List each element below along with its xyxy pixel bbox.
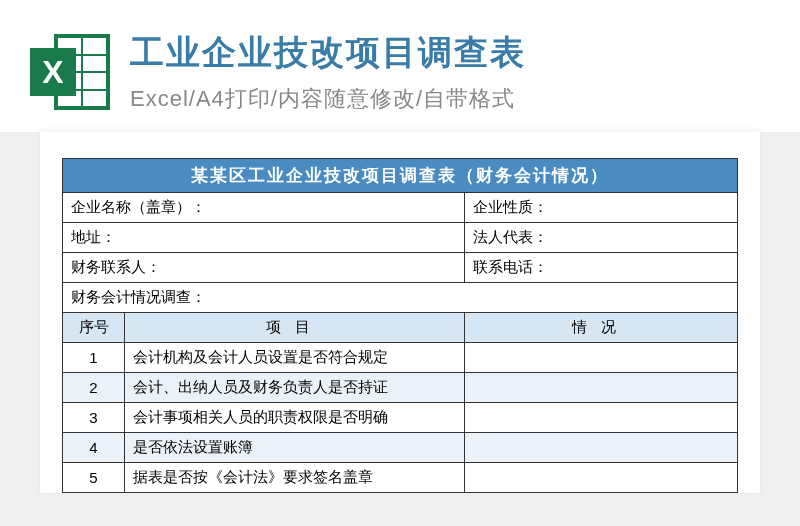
row-seq: 3 bbox=[63, 403, 125, 433]
table-row: 4 是否依法设置账簿 bbox=[63, 433, 738, 463]
legal-rep-label: 法人代表： bbox=[465, 223, 738, 253]
table-row: 5 据表是否按《会计法》要求签名盖章 bbox=[63, 463, 738, 493]
column-header-row: 序号 项目 情况 bbox=[63, 313, 738, 343]
col-header-status: 情况 bbox=[465, 313, 738, 343]
page-title: 工业企业技改项目调查表 bbox=[130, 30, 760, 76]
row-item: 据表是否按《会计法》要求签名盖章 bbox=[125, 463, 465, 493]
info-row-address: 地址： 法人代表： bbox=[63, 223, 738, 253]
row-status bbox=[465, 373, 738, 403]
info-row-company: 企业名称（盖章）： 企业性质： bbox=[63, 193, 738, 223]
company-type-label: 企业性质： bbox=[465, 193, 738, 223]
survey-form-table: 某某区工业企业技改项目调查表（财务会计情况） 企业名称（盖章）： 企业性质： 地… bbox=[62, 158, 738, 493]
row-status bbox=[465, 403, 738, 433]
info-row-contact: 财务联系人： 联系电话： bbox=[63, 253, 738, 283]
row-status bbox=[465, 433, 738, 463]
row-item: 会计、出纳人员及财务负责人是否持证 bbox=[125, 373, 465, 403]
row-seq: 5 bbox=[63, 463, 125, 493]
excel-x-badge: X bbox=[30, 48, 76, 96]
table-row: 1 会计机构及会计人员设置是否符合规定 bbox=[63, 343, 738, 373]
col-header-item: 项目 bbox=[125, 313, 465, 343]
address-label: 地址： bbox=[63, 223, 465, 253]
row-item: 是否依法设置账簿 bbox=[125, 433, 465, 463]
title-block: 工业企业技改项目调查表 Excel/A4打印/内容随意修改/自带格式 bbox=[130, 30, 760, 114]
row-item: 会计机构及会计人员设置是否符合规定 bbox=[125, 343, 465, 373]
document-preview: 某某区工业企业技改项目调查表（财务会计情况） 企业名称（盖章）： 企业性质： 地… bbox=[40, 132, 760, 493]
section-label: 财务会计情况调查： bbox=[63, 283, 738, 313]
finance-contact-label: 财务联系人： bbox=[63, 253, 465, 283]
phone-label: 联系电话： bbox=[465, 253, 738, 283]
row-seq: 1 bbox=[63, 343, 125, 373]
form-title: 某某区工业企业技改项目调查表（财务会计情况） bbox=[63, 159, 738, 193]
section-label-row: 财务会计情况调查： bbox=[63, 283, 738, 313]
header-section: X 工业企业技改项目调查表 Excel/A4打印/内容随意修改/自带格式 bbox=[0, 0, 800, 132]
row-seq: 4 bbox=[63, 433, 125, 463]
col-header-seq: 序号 bbox=[63, 313, 125, 343]
excel-file-icon: X bbox=[30, 34, 110, 114]
row-item: 会计事项相关人员的职责权限是否明确 bbox=[125, 403, 465, 433]
row-status bbox=[465, 343, 738, 373]
page-subtitle: Excel/A4打印/内容随意修改/自带格式 bbox=[130, 84, 760, 114]
row-seq: 2 bbox=[63, 373, 125, 403]
table-row: 2 会计、出纳人员及财务负责人是否持证 bbox=[63, 373, 738, 403]
table-row: 3 会计事项相关人员的职责权限是否明确 bbox=[63, 403, 738, 433]
row-status bbox=[465, 463, 738, 493]
company-name-label: 企业名称（盖章）： bbox=[63, 193, 465, 223]
